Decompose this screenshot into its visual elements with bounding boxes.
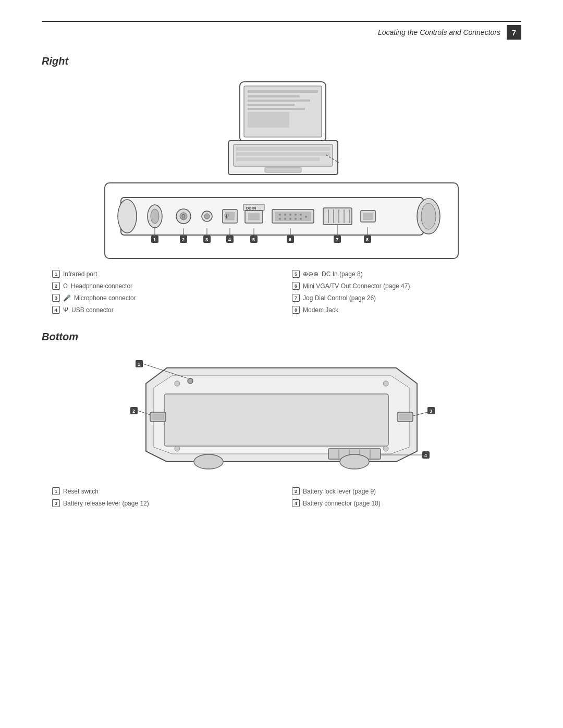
svg-text:3: 3 xyxy=(430,409,432,414)
svg-rect-7 xyxy=(248,112,289,128)
mic-icon: 🎤 xyxy=(63,294,71,302)
right-title: Right xyxy=(42,55,521,67)
svg-point-36 xyxy=(284,214,286,216)
label-text-7: Jog Dial Control (page 26) xyxy=(303,294,376,302)
label-text-3: Microphone connector xyxy=(74,294,136,302)
label-item-1: 1 Infrared port xyxy=(52,268,271,279)
svg-text:5: 5 xyxy=(252,237,255,242)
right-labels: 1 Infrared port 5 ⊕⊖⊕ DC In (page 8) 2 Ω… xyxy=(42,268,521,315)
svg-point-37 xyxy=(289,214,291,216)
page-number: 7 xyxy=(507,25,521,40)
label-text-5: DC In (page 8) xyxy=(322,270,363,278)
bottom-label-text-3: Battery release lever (page 12) xyxy=(63,500,149,507)
svg-rect-83 xyxy=(152,414,164,420)
svg-text:4: 4 xyxy=(424,453,427,458)
bottom-label-num-4: 4 xyxy=(292,499,300,507)
svg-point-43 xyxy=(295,218,297,220)
bottom-label-item-1: 1 Reset switch xyxy=(52,486,271,497)
svg-point-95 xyxy=(175,381,180,386)
svg-point-92 xyxy=(340,454,369,469)
svg-text:2: 2 xyxy=(182,237,185,242)
svg-text:DC IN: DC IN xyxy=(246,206,256,210)
svg-point-81 xyxy=(188,378,193,384)
svg-text:8: 8 xyxy=(366,237,369,242)
label-text-1: Infrared port xyxy=(63,270,97,278)
svg-rect-46 xyxy=(323,208,352,225)
bottom-labels: 1 Reset switch 2 Battery lock lever (pag… xyxy=(42,486,521,509)
label-num-1: 1 xyxy=(52,270,60,278)
label-item-4: 4 Ψ USB connector xyxy=(52,304,271,315)
svg-rect-13 xyxy=(265,167,301,172)
svg-rect-85 xyxy=(399,414,411,420)
label-num-8: 8 xyxy=(292,306,300,314)
label-num-2: 2 xyxy=(52,282,60,290)
label-item-3: 3 🎤 Microphone connector xyxy=(52,292,271,303)
label-text-2: Headphone connector xyxy=(71,282,132,290)
label-text-6: Mini VGA/TV Out Connector (page 47) xyxy=(303,282,410,290)
svg-rect-32 xyxy=(248,213,260,220)
laptop-illustration xyxy=(188,77,375,182)
svg-point-45 xyxy=(305,216,307,218)
svg-text:3: 3 xyxy=(205,237,208,242)
headphone-icon: Ω xyxy=(63,282,68,290)
svg-point-39 xyxy=(300,214,302,216)
svg-text:7: 7 xyxy=(336,237,338,242)
svg-point-42 xyxy=(289,218,291,220)
svg-point-96 xyxy=(383,381,388,386)
svg-point-44 xyxy=(300,218,302,220)
bottom-label-item-2: 2 Battery lock lever (page 9) xyxy=(292,486,511,497)
svg-point-93 xyxy=(175,446,180,451)
svg-text:1: 1 xyxy=(138,362,140,367)
svg-text:4: 4 xyxy=(228,237,231,242)
svg-rect-12 xyxy=(236,157,320,161)
label-item-7: 7 Jog Dial Control (page 26) xyxy=(292,292,511,303)
page-container: Locating the Controls and Connectors 7 R… xyxy=(0,0,563,728)
right-diagram-area: Ω Ψ DC IN xyxy=(42,77,521,259)
bottom-label-num-3: 3 xyxy=(52,499,60,507)
svg-text:1: 1 xyxy=(153,237,156,242)
svg-point-94 xyxy=(383,446,388,451)
svg-point-20 xyxy=(151,209,159,224)
svg-point-25 xyxy=(204,214,210,219)
usb-icon: Ψ xyxy=(63,306,68,314)
label-num-3: 3 xyxy=(52,294,60,302)
svg-text:6: 6 xyxy=(289,237,291,242)
label-item-8: 8 Modem Jack xyxy=(292,304,511,315)
svg-rect-53 xyxy=(363,213,373,220)
label-text-8: Modem Jack xyxy=(303,306,338,314)
bottom-label-text-4: Battery connector (page 10) xyxy=(303,500,381,507)
svg-rect-5 xyxy=(248,104,295,106)
svg-rect-1 xyxy=(244,86,322,137)
bottom-label-num-2: 2 xyxy=(292,487,300,495)
svg-rect-11 xyxy=(236,152,330,156)
bottom-label-item-3: 3 Battery release lever (page 12) xyxy=(52,498,271,509)
svg-point-35 xyxy=(279,214,281,216)
svg-rect-3 xyxy=(248,95,300,97)
label-num-4: 4 xyxy=(52,306,60,314)
svg-point-91 xyxy=(194,454,223,469)
svg-rect-10 xyxy=(236,147,330,151)
svg-text:Ψ: Ψ xyxy=(224,213,229,219)
svg-text:2: 2 xyxy=(132,409,135,414)
bottom-label-num-1: 1 xyxy=(52,487,60,495)
svg-rect-80 xyxy=(164,394,388,446)
page-header: Locating the Controls and Connectors 7 xyxy=(42,21,521,40)
dc-icon: ⊕⊖⊕ xyxy=(303,270,319,278)
bottom-title: Bottom xyxy=(42,331,521,343)
svg-point-16 xyxy=(118,200,137,233)
label-num-7: 7 xyxy=(292,294,300,302)
svg-rect-6 xyxy=(248,108,305,110)
label-item-2: 2 Ω Headphone connector xyxy=(52,280,271,291)
bottom-section: Bottom xyxy=(42,331,521,509)
label-text-4: USB connector xyxy=(71,306,114,314)
bottom-label-text-2: Battery lock lever (page 9) xyxy=(303,488,376,495)
svg-point-41 xyxy=(284,218,286,220)
svg-text:Ω: Ω xyxy=(181,214,186,219)
svg-point-18 xyxy=(421,203,436,229)
label-num-6: 6 xyxy=(292,282,300,290)
svg-rect-4 xyxy=(248,100,310,102)
side-panel-diagram: Ω Ψ DC IN xyxy=(104,182,459,259)
bottom-diagram: 1 2 3 4 xyxy=(42,352,521,477)
svg-point-38 xyxy=(295,214,297,216)
label-item-6: 6 Mini VGA/TV Out Connector (page 47) xyxy=(292,280,511,291)
